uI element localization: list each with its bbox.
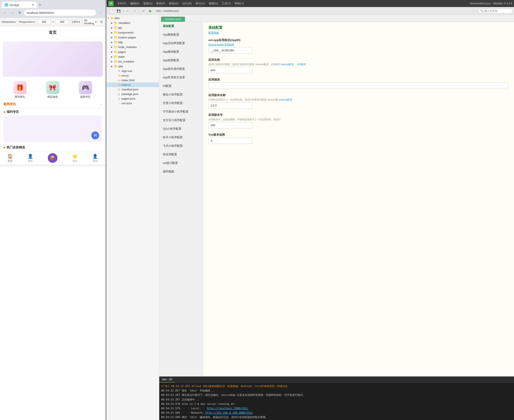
menu-edit[interactable]: 编辑(E) [128, 0, 141, 7]
manifest-editor-tab[interactable]: manifest.json [161, 17, 185, 22]
tree-utils[interactable]: 📁 utils [107, 64, 159, 69]
manifest-nav-unistats[interactable]: uni统计配置 [159, 159, 203, 167]
news-section[interactable]: 新闻资讯 › [0, 100, 105, 108]
console-tab-skin-h5[interactable]: skin - H5 [159, 376, 175, 383]
welfare-label: 福利专区 [7, 110, 19, 114]
menu-publish[interactable]: 发行(U) [194, 0, 207, 7]
console-tabs: skin - H5 [159, 376, 514, 383]
browser-tab[interactable]: 🌐 uni-app ✕ [2, 2, 37, 8]
settings-icon[interactable]: ⚙ [99, 19, 104, 25]
address-input[interactable]: localhost:3000/h52/#/ [24, 10, 96, 16]
manifest-nav-splash[interactable]: App启动界面配置 [159, 39, 203, 48]
manifest-nav-source[interactable]: 源码视图 [159, 167, 203, 176]
manifest-nav-bytedance[interactable]: 字节跳动小程序配置 [159, 107, 203, 116]
vueversion-input[interactable] [209, 138, 252, 144]
manifest-nav-feishu[interactable]: 飞书小程序配置 [159, 142, 203, 150]
height-input[interactable] [56, 20, 69, 24]
appbuildno-input[interactable] [209, 122, 252, 128]
network-link[interactable]: http://192.168.0.108:3000/h52/ [205, 411, 253, 414]
appversion-input[interactable] [209, 102, 252, 109]
app-icon-box[interactable]: 🎀 精品抽盒 [46, 81, 59, 99]
back-nav-button[interactable]: ← [124, 8, 131, 14]
bookmark-button[interactable]: ☆ [140, 8, 147, 14]
menu-run[interactable]: 运行(R) [180, 0, 194, 7]
manifest-nav-kuaishou[interactable]: 快手小程序配置 [159, 133, 203, 142]
dcloud-appid-link[interactable]: DCloud AppID 使用说明 [209, 43, 234, 46]
config-guide-link[interactable]: 配置指南 [209, 31, 509, 35]
save-button[interactable]: 💾 [115, 8, 121, 14]
tree-env-js[interactable]: JS env.js [107, 73, 159, 78]
manifest-nav-appicon[interactable]: App图标配置 [159, 30, 203, 39]
android-config-link[interactable]: Android配置 [281, 63, 294, 66]
nav-skin[interactable]: 👤 皮肤 [28, 154, 33, 163]
manifest-nav-qq[interactable]: QQ小程序配置 [159, 125, 203, 133]
android-version-link[interactable]: Android配置 [279, 98, 292, 101]
console-line-1: 08:54:22.057 项目 'skin' 开始编译... [161, 389, 512, 393]
menu-goto[interactable]: 跳转(G) [167, 0, 180, 7]
width-input[interactable] [37, 20, 51, 24]
nav-center[interactable]: 📦 [48, 153, 58, 163]
tree-static[interactable]: 📁 static [107, 54, 159, 59]
tree-app-vue[interactable]: V App.vue [107, 69, 159, 73]
vueversion-label: Vue版本选择 [209, 133, 509, 137]
manifest-nav-other[interactable]: App常用其它设置 [159, 73, 203, 82]
menu-find[interactable]: 查找(F) [154, 0, 167, 7]
fab-button[interactable]: ✉ [91, 131, 99, 139]
new-file-button[interactable]: 📄 [108, 8, 114, 14]
menu-file[interactable]: 文件(F) [115, 0, 128, 7]
menu-view[interactable]: 视图(V) [207, 0, 220, 7]
manifest-nav-native-plugins[interactable]: App原生插件配置 [159, 65, 203, 73]
app-icon-skin[interactable]: 🎮 皮肤专区 [79, 81, 92, 99]
nav-points[interactable]: ⭐ 积分 [72, 154, 78, 163]
nav-home[interactable]: 🏠 首页 [7, 154, 13, 163]
tree-uni-modules[interactable]: 📁 uni_modules [107, 59, 159, 64]
manifest-nav-quickapp[interactable]: 快应用配置 [159, 150, 203, 159]
refresh-button[interactable]: ↻ [17, 10, 23, 16]
tree-pages-json[interactable]: [] pages.json [107, 96, 159, 101]
manifest-nav-permissions[interactable]: App权限配置 [159, 56, 203, 65]
responsive-select[interactable]: Responsive ▾ [18, 20, 36, 24]
menu-help[interactable]: 帮助(Y) [233, 0, 246, 7]
back-button[interactable]: ← [2, 10, 8, 16]
manifest-nav-h5[interactable]: h5配置 [159, 82, 203, 90]
tree-api[interactable]: 📁 api [107, 25, 159, 30]
appname-input[interactable] [209, 67, 252, 73]
tab-close-button[interactable]: ✕ [32, 3, 34, 7]
ios-config-link[interactable]: iOS配置 [297, 63, 305, 66]
new-tab-button[interactable]: + [37, 2, 43, 8]
tree-hbuilderx[interactable]: 📁 .hbuilderx [107, 20, 159, 25]
manifest-nav-modules[interactable]: App模块配置 [159, 48, 203, 56]
menu-select[interactable]: 选择(S) [141, 0, 154, 7]
devtools-button[interactable]: ⋮ [97, 10, 104, 16]
throttle-select[interactable]: No throttling ▾ [83, 18, 98, 26]
tree-root[interactable]: 📁 skin [107, 16, 159, 20]
tree-custom-pages[interactable]: 📁 custom-pages [107, 35, 159, 40]
tree-main-js[interactable]: JS main.js [107, 82, 159, 87]
manifest-editor-area: manifest.json 基础配置 App图标配置 App启动界 [159, 15, 514, 420]
tree-index-html[interactable]: <> index.html [107, 78, 159, 82]
manifest-nav-basic[interactable]: 基础配置 [159, 22, 203, 30]
zoom-select[interactable]: 100% ▾ [71, 20, 81, 24]
local-link[interactable]: http://localhost:3000/h52/ [207, 407, 248, 410]
app-icon-checkin[interactable]: 🎁 签到有礼 [13, 81, 27, 99]
nav-mine[interactable]: 👤 我的 [92, 154, 98, 163]
tree-node-modules[interactable]: 📁 node_modules [107, 45, 159, 49]
appid-input[interactable] [209, 47, 252, 53]
tree-package-json[interactable]: [] package.json [107, 92, 159, 96]
manifest-nav-alipay[interactable]: 支付宝小程序配置 [159, 116, 203, 125]
tree-pages[interactable]: 📁 pages [107, 49, 159, 54]
tree-uni-scss[interactable]: ~ uni.scss [107, 101, 159, 105]
appdesc-input[interactable] [209, 82, 509, 89]
tree-components[interactable]: 📁 components [107, 30, 159, 35]
tree-manifest-json[interactable]: {} manifest.json [107, 87, 159, 92]
forward-button[interactable]: → [9, 10, 15, 16]
manifest-nav-baidu[interactable]: 百度小程序配置 [159, 99, 203, 107]
resize-handle[interactable]: — — [0, 165, 105, 166]
forward-nav-button[interactable]: → [131, 8, 138, 14]
menu-tools[interactable]: 工具(T) [220, 0, 233, 7]
manifest-nav-wechat[interactable]: 微信小程序配置 [159, 90, 203, 99]
api-arrow [110, 27, 114, 29]
search-input[interactable] [484, 9, 511, 13]
tree-http[interactable]: 📁 http [107, 40, 159, 45]
run-button[interactable]: ▶ [147, 8, 154, 14]
